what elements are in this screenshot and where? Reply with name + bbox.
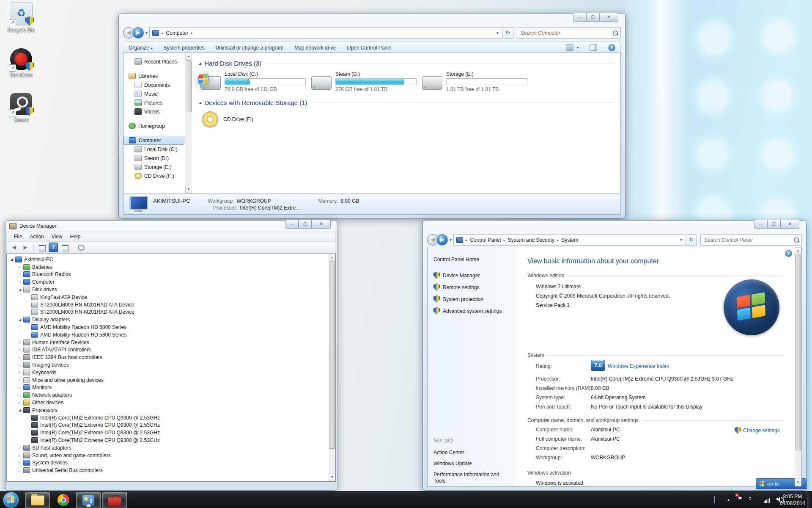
device-tree-item[interactable]: Imaging devices bbox=[7, 361, 329, 369]
device-tree-item[interactable]: ST2000LM003 HN-M201RAD ATA Device bbox=[7, 301, 329, 309]
menu-item[interactable]: Action bbox=[26, 234, 47, 240]
back-icon[interactable]: ◀ bbox=[9, 243, 19, 252]
taskbar-clock[interactable]: 8:05 PM 04/08/2014 bbox=[780, 493, 805, 507]
device-tree-item[interactable]: Other devices bbox=[7, 399, 329, 406]
minimize-button[interactable]: — bbox=[285, 220, 299, 229]
collapse-icon[interactable]: ◢ bbox=[199, 101, 201, 105]
close-button[interactable]: ✕ bbox=[780, 220, 799, 229]
see-also-link[interactable]: Action Center bbox=[428, 450, 501, 456]
device-manager-titlebar[interactable]: Device Manager — ▢ ✕ bbox=[5, 221, 337, 232]
toolbar-button[interactable]: Organize▾ bbox=[129, 45, 153, 51]
tray-app-icon[interactable] bbox=[714, 497, 715, 502]
menu-item[interactable]: Help bbox=[66, 234, 85, 240]
collapse-icon[interactable]: ◢ bbox=[199, 61, 201, 65]
expander-icon[interactable] bbox=[17, 461, 22, 465]
expander-icon[interactable] bbox=[17, 273, 22, 276]
taskbar-chrome-button[interactable] bbox=[52, 492, 75, 508]
toolbar-button[interactable]: Map network drive▾ bbox=[294, 45, 336, 51]
device-tree-item[interactable]: Keyboards bbox=[7, 369, 329, 376]
sidebar-item[interactable]: Videos bbox=[123, 107, 185, 116]
drive-item[interactable]: Steam (D:) 276 GB free of 1.81 TB bbox=[311, 71, 422, 92]
search-box[interactable] bbox=[517, 27, 621, 39]
scroll-up-button[interactable]: ▲ bbox=[795, 247, 801, 255]
device-tree-item[interactable]: Monitors bbox=[7, 384, 329, 392]
expander-icon[interactable] bbox=[9, 257, 14, 261]
device-tree-item[interactable]: Universal Serial Bus controllers bbox=[7, 467, 329, 474]
expander-icon[interactable] bbox=[17, 356, 22, 359]
toolbar-button[interactable]: Open Control Panel▾ bbox=[347, 45, 391, 51]
scroll-down-button[interactable]: ▼ bbox=[329, 474, 335, 481]
breadcrumb-arrow-icon[interactable]: ▸ bbox=[191, 31, 193, 35]
views-button[interactable]: ▾ bbox=[566, 44, 579, 51]
device-tree-item[interactable]: Display adapters bbox=[7, 316, 329, 323]
expander-icon[interactable] bbox=[17, 348, 22, 352]
sidebar-task-link[interactable]: System protection bbox=[428, 295, 515, 303]
scroll-down-button[interactable]: ▼ bbox=[795, 479, 801, 486]
expander-icon[interactable] bbox=[17, 280, 22, 284]
see-also-link[interactable]: Windows Update bbox=[428, 461, 501, 467]
expander-icon[interactable] bbox=[17, 340, 22, 344]
forward-button[interactable]: ▶ bbox=[132, 27, 144, 39]
properties-icon[interactable] bbox=[60, 243, 69, 252]
show-desktop-button[interactable] bbox=[807, 491, 812, 508]
address-dropdown-icon[interactable]: ▼ bbox=[496, 31, 499, 35]
minimize-button[interactable]: — bbox=[754, 220, 767, 229]
device-tree-item[interactable]: Network adapters bbox=[7, 391, 329, 399]
sidebar-item[interactable]: Recent Places bbox=[123, 57, 185, 66]
scrollbar-thumb[interactable] bbox=[795, 255, 801, 450]
device-tree-item[interactable]: Intel(R) Core(TM)2 Extreme CPU Q9300 @ 2… bbox=[7, 436, 329, 444]
group-header[interactable]: ◢ Hard Disk Drives (3) bbox=[199, 60, 614, 67]
sidebar-item[interactable]: Homegroup bbox=[123, 121, 185, 130]
expander-icon[interactable] bbox=[17, 378, 22, 382]
scroll-down-button[interactable]: ▼ bbox=[185, 186, 192, 193]
taskbar-device-manager-button[interactable] bbox=[102, 492, 127, 508]
close-button[interactable]: ✕ bbox=[599, 13, 618, 22]
computer-titlebar[interactable]: — ▢ ✕ bbox=[119, 14, 625, 26]
device-tree-item[interactable]: Intel(R) Core(TM)2 Extreme CPU Q9300 @ 2… bbox=[7, 429, 329, 436]
group-header[interactable]: ◢ Devices with Removable Storage (1) bbox=[199, 99, 614, 106]
expander-icon[interactable] bbox=[17, 401, 22, 405]
expander-icon[interactable] bbox=[17, 469, 22, 472]
scrollbar-thumb[interactable] bbox=[186, 61, 192, 112]
device-tree-item[interactable]: AMD Mobility Radeon HD 5800 Series bbox=[7, 331, 329, 339]
expander-icon[interactable] bbox=[17, 453, 22, 457]
tree-scrollbar[interactable]: ▲ ▼ bbox=[329, 254, 335, 481]
expander-icon[interactable] bbox=[17, 318, 22, 322]
expander-icon[interactable] bbox=[17, 288, 22, 292]
preview-pane-button[interactable] bbox=[590, 44, 597, 51]
desktop-icon[interactable]: ↗ Recycle Bin bbox=[3, 3, 40, 33]
breadcrumb-item[interactable]: System and Security bbox=[508, 237, 554, 243]
expander-icon[interactable] bbox=[17, 363, 22, 367]
page-scrollbar[interactable]: ▲ ▼ bbox=[795, 247, 801, 486]
desktop-icon[interactable]: ↗ Bandicam bbox=[3, 48, 40, 78]
device-tree-item[interactable]: IDE ATA/ATAPI controllers bbox=[7, 346, 329, 354]
expander-icon[interactable] bbox=[17, 393, 22, 397]
system-titlebar[interactable]: — ▢ ✕ bbox=[423, 221, 806, 233]
sidebar-scrollbar[interactable]: ▲ ▼ bbox=[185, 53, 192, 193]
cd-drive-item[interactable]: CD Drive (F:) bbox=[202, 111, 614, 127]
menu-item[interactable]: File bbox=[10, 234, 26, 240]
device-tree-item[interactable]: Bluetooth Radios bbox=[7, 271, 329, 279]
device-tree-item[interactable]: System devices bbox=[7, 459, 329, 467]
expander-icon[interactable] bbox=[17, 265, 22, 269]
start-button[interactable] bbox=[3, 492, 19, 508]
drive-item[interactable]: Local Disk (C:) 76.8 GB free of 111 GB bbox=[200, 71, 311, 92]
scroll-up-button[interactable]: ▲ bbox=[185, 53, 192, 61]
breadcrumb[interactable]: ▸ Computer ▸ ▼ bbox=[149, 27, 502, 39]
expander-icon[interactable] bbox=[17, 386, 22, 389]
see-also-link[interactable]: Performance Information and Tools bbox=[428, 472, 501, 484]
history-dropdown-icon[interactable]: ▼ bbox=[145, 31, 148, 35]
scrollbar-thumb[interactable] bbox=[329, 262, 335, 449]
sidebar-item[interactable]: Music bbox=[123, 89, 185, 98]
search-input[interactable] bbox=[703, 237, 792, 243]
show-console-tree-icon[interactable] bbox=[37, 243, 47, 252]
breadcrumb-item[interactable]: Control Panel bbox=[470, 237, 501, 243]
windows-experience-index-link[interactable]: Windows Experience Index bbox=[608, 363, 669, 369]
history-dropdown-icon[interactable]: ▼ bbox=[449, 238, 453, 242]
expander-icon[interactable] bbox=[17, 446, 22, 450]
taskbar-explorer-button[interactable] bbox=[25, 492, 50, 508]
maximize-button[interactable]: ▢ bbox=[767, 220, 780, 229]
minimize-button[interactable]: — bbox=[573, 13, 586, 22]
scan-hardware-changes-icon[interactable] bbox=[77, 243, 86, 252]
menu-item[interactable]: View bbox=[48, 234, 66, 240]
